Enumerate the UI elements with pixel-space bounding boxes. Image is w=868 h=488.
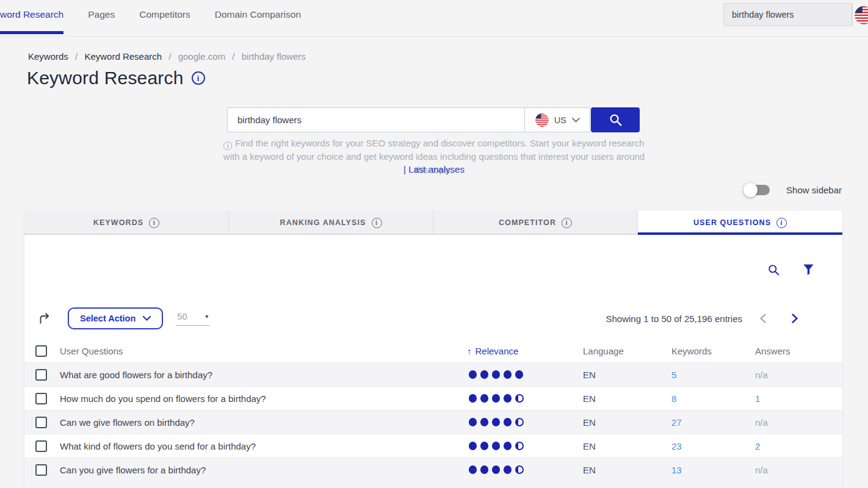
- keywords-link[interactable]: 27: [671, 417, 755, 428]
- export-button[interactable]: [38, 312, 51, 325]
- nav-item-domain-comparison[interactable]: Domain Comparison: [215, 9, 301, 20]
- breadcrumb-separator: /: [75, 51, 78, 62]
- export-arrow-icon: [38, 312, 51, 325]
- nav-divider: [852, 2, 853, 27]
- tab-competitor[interactable]: COMPETITOR i: [433, 210, 638, 235]
- question-cell: Can you give flowers for a birthday?: [60, 465, 467, 475]
- table-row: What kind of flowers do you send for a b…: [24, 434, 842, 458]
- filter-button[interactable]: [803, 264, 814, 276]
- header-answers[interactable]: Answers: [755, 346, 842, 356]
- relevance-dot-filled-icon: [504, 370, 512, 379]
- nav-search-value: birthday flowers: [732, 10, 794, 20]
- question-cell: Can we give flowers on birthday?: [60, 417, 467, 428]
- nav-item-keyword-research[interactable]: word Research: [0, 9, 63, 20]
- question-cell: What kind of flowers do you send for a b…: [60, 441, 467, 451]
- relevance-dot-filled-icon: [492, 442, 500, 450]
- select-action-dropdown[interactable]: Select Action: [68, 307, 163, 329]
- nav-item-competitors[interactable]: Competitors: [139, 9, 190, 20]
- select-action-label: Select Action: [80, 314, 136, 323]
- relevance-dot-filled-icon: [492, 465, 500, 474]
- keywords-link[interactable]: 8: [671, 393, 755, 404]
- us-flag-icon: [855, 6, 868, 24]
- action-bar: Select Action 50 ▾ Showing 1 to 50 of 25…: [24, 307, 842, 330]
- answers-cell[interactable]: 2: [755, 441, 842, 451]
- title-info-icon[interactable]: i: [192, 71, 205, 85]
- breadcrumb-domain[interactable]: google.com: [178, 51, 226, 62]
- search-button[interactable]: [591, 107, 640, 132]
- pagination: [756, 314, 802, 323]
- row-checkbox[interactable]: [35, 393, 47, 404]
- nav-country-flag-button[interactable]: [855, 6, 868, 24]
- row-checkbox[interactable]: [35, 440, 47, 452]
- next-page-button[interactable]: [787, 314, 802, 323]
- relevance-dots: [467, 418, 583, 426]
- info-icon[interactable]: i: [149, 218, 159, 228]
- relevance-dot-half-icon: [515, 465, 524, 474]
- keywords-link[interactable]: 5: [671, 370, 755, 380]
- breadcrumb-keyword-research[interactable]: Keyword Research: [84, 51, 162, 62]
- keyword-search-value: birthday flowers: [237, 115, 302, 125]
- row-checkbox[interactable]: [35, 417, 47, 428]
- language-cell: EN: [583, 465, 671, 475]
- answers-cell: n/a: [755, 465, 842, 475]
- row-checkbox[interactable]: [35, 369, 47, 381]
- tab-keywords[interactable]: KEYWORDS i: [24, 210, 229, 235]
- header-user-questions[interactable]: User Questions: [60, 346, 467, 356]
- breadcrumb: Keywords / Keyword Research / google.com…: [28, 51, 306, 62]
- tab-label: KEYWORDS: [93, 218, 143, 227]
- toggle-knob: [743, 183, 758, 197]
- search-icon: [767, 264, 780, 276]
- country-code: US: [554, 115, 566, 125]
- relevance-dot-filled-icon: [480, 370, 488, 379]
- header-language[interactable]: Language: [583, 346, 671, 356]
- tab-user-questions[interactable]: USER QUESTIONS i: [638, 210, 842, 235]
- keyword-search-input[interactable]: birthday flowers: [227, 107, 524, 132]
- relevance-dot-filled-icon: [504, 465, 512, 474]
- info-icon[interactable]: i: [372, 218, 382, 228]
- tab-bar: KEYWORDS i RANKING ANALYSIS i COMPETITOR…: [24, 210, 842, 235]
- table-tools: [24, 262, 814, 277]
- keywords-link[interactable]: 13: [671, 465, 755, 475]
- country-select[interactable]: US: [524, 107, 590, 132]
- select-all-checkbox[interactable]: [35, 345, 47, 357]
- search-icon: [609, 113, 623, 127]
- language-cell: EN: [583, 393, 671, 404]
- sidebar-toggle-row: Show sidebar: [745, 185, 842, 195]
- breadcrumb-separator: /: [168, 51, 171, 62]
- language-cell: EN: [583, 441, 671, 451]
- top-navigation: word Research Pages Competitors Domain C…: [0, 0, 868, 37]
- info-icon: i: [223, 142, 232, 150]
- user-questions-table: User Questions ↑Relevance Language Keywo…: [24, 339, 842, 488]
- previous-page-button[interactable]: [756, 314, 770, 323]
- tab-ranking-analysis[interactable]: RANKING ANALYSIS i: [229, 210, 433, 235]
- answers-cell[interactable]: 1: [755, 393, 842, 404]
- relevance-dot-filled-icon: [515, 370, 523, 379]
- info-icon[interactable]: i: [562, 218, 572, 228]
- show-sidebar-toggle[interactable]: [745, 185, 770, 195]
- header-relevance[interactable]: ↑Relevance: [467, 346, 583, 356]
- nav-item-pages[interactable]: Pages: [88, 9, 115, 20]
- breadcrumb-keywords[interactable]: Keywords: [28, 51, 68, 62]
- relevance-dot-filled-icon: [469, 418, 477, 426]
- keyword-search-bar: birthday flowers US: [227, 107, 640, 132]
- nav-search-input[interactable]: birthday flowers: [723, 3, 852, 26]
- keywords-link[interactable]: 23: [671, 441, 755, 451]
- page-size-select[interactable]: 50 ▾: [176, 312, 209, 326]
- results-panel: KEYWORDS i RANKING ANALYSIS i COMPETITOR…: [24, 210, 842, 488]
- chevron-down-icon: [572, 118, 580, 123]
- table-row: Can you give flowers for a birthday? EN …: [24, 458, 842, 481]
- last-analyses-link[interactable]: | Last analyses: [403, 164, 465, 174]
- table-search-button[interactable]: [767, 264, 780, 276]
- partial-next-row: [24, 481, 842, 488]
- relevance-dot-filled-icon: [492, 418, 500, 426]
- relevance-dot-filled-icon: [469, 442, 477, 450]
- row-checkbox[interactable]: [35, 464, 47, 476]
- chevron-left-icon: [760, 314, 766, 323]
- header-keywords[interactable]: Keywords: [671, 346, 755, 356]
- chevron-down-icon: [143, 316, 151, 321]
- relevance-dot-filled-icon: [469, 370, 477, 379]
- sort-up-icon: ↑: [467, 346, 472, 356]
- relevance-dot-filled-icon: [492, 370, 500, 379]
- table-row: How much do you spend on flowers for a b…: [24, 386, 842, 410]
- info-icon[interactable]: i: [776, 218, 787, 228]
